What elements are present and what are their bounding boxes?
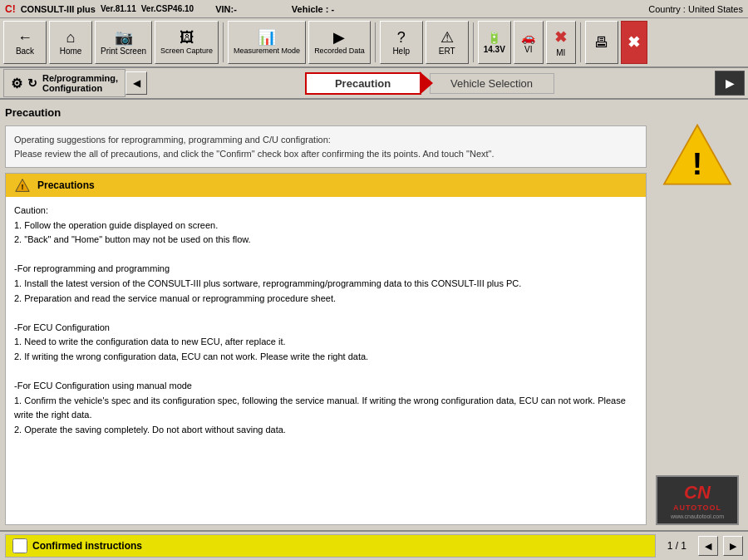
nav-reprog-section: ⚙ ↻ Re/programming, Configuration: [3, 69, 125, 97]
breadcrumb-area: Precaution Vehicle Selection: [147, 72, 711, 95]
screen-capture-icon: 🖼: [180, 30, 194, 45]
info-text: Operating suggestions for reprogramming,…: [14, 135, 495, 159]
printer-button[interactable]: 🖶: [585, 21, 618, 64]
x-icon: ✖: [554, 28, 567, 47]
measurement-icon: 📊: [258, 30, 276, 45]
close-icon: ✖: [627, 33, 640, 52]
page-title: Precaution: [5, 105, 647, 120]
warning-triangle-small-icon: !: [14, 178, 31, 193]
next-arrow-icon: ▶: [726, 76, 735, 90]
prev-page-button[interactable]: ◀: [698, 536, 718, 556]
cn-logo-subtext: AUTOTOOL: [673, 504, 721, 512]
close-button[interactable]: ✖: [621, 21, 647, 64]
vi-icon: 🚗: [521, 32, 535, 43]
app-name: CONSULT-III plus: [21, 4, 96, 14]
screen-capture-button[interactable]: 🖼 Screen Capture: [155, 21, 219, 64]
reprog-label2: Configuration: [42, 83, 118, 93]
tab-vehicle-selection[interactable]: Vehicle Selection: [430, 73, 554, 94]
vin-label: VIN:-: [215, 4, 237, 14]
page-indicator: 1 / 1: [661, 540, 693, 552]
nav-reprog-icon2: ↻: [27, 76, 37, 90]
reprog-label1: Re/programming,: [42, 73, 118, 83]
precautions-body: Caution: 1. Follow the operation guide d…: [6, 197, 646, 524]
svg-text:!: !: [22, 183, 24, 191]
printer-icon: 📷: [115, 30, 133, 45]
ert-button[interactable]: ⚠ ERT: [426, 21, 469, 64]
home-icon: ⌂: [66, 30, 76, 45]
app-version2: Ver.CSP46.10: [141, 4, 194, 13]
nav-back-arrow-button[interactable]: ◀: [125, 71, 147, 95]
confirm-checkbox[interactable]: [12, 538, 27, 553]
content-panel: Precaution Operating suggestions for rep…: [5, 105, 647, 525]
app-logo: C!: [5, 3, 16, 15]
confirm-checkbox-area[interactable]: Confirmed instructions: [5, 534, 656, 558]
help-icon: ?: [397, 30, 406, 45]
voltage-button[interactable]: 🔋 14.3V: [478, 21, 511, 64]
mi-button[interactable]: ✖ MI: [546, 21, 576, 64]
home-button[interactable]: ⌂ Home: [49, 21, 92, 64]
tools-icon: ⚙: [11, 76, 22, 91]
back-button[interactable]: ← Back: [3, 21, 47, 64]
print-screen-button[interactable]: 📷 Print Screen: [95, 21, 152, 64]
cn-logo-url: www.cnautotool.com: [671, 513, 724, 519]
cn-logo-text: CN: [684, 482, 711, 504]
nav-next-button[interactable]: ▶: [715, 71, 745, 96]
battery-icon: 🔋: [487, 32, 501, 43]
toolbar: ← Back ⌂ Home 📷 Print Screen 🖼 Screen Ca…: [0, 18, 748, 68]
vehicle-label: Vehicle : -: [292, 4, 334, 14]
svg-text:!: !: [692, 146, 702, 181]
measurement-mode-button[interactable]: 📊 Measurement Mode: [228, 21, 306, 64]
title-bar: C! CONSULT-III plus Ver.81.11 Ver.CSP46.…: [0, 0, 748, 18]
precautions-header-label: Precautions: [37, 179, 95, 191]
cn-autotool-logo: CN AUTOTOOL www.cnautotool.com: [656, 475, 739, 525]
back-icon: ←: [17, 30, 32, 45]
prev-page-icon: ◀: [705, 541, 711, 552]
right-panel: ! CN AUTOTOOL www.cnautotool.com: [652, 105, 743, 525]
confirm-label: Confirmed instructions: [32, 540, 142, 552]
nav-bar: ⚙ ↻ Re/programming, Configuration ◀ Prec…: [0, 68, 748, 100]
vi-button[interactable]: 🚗 VI: [514, 21, 544, 64]
app-version1: Ver.81.11: [101, 4, 136, 13]
bottom-bar: Confirmed instructions 1 / 1 ◀ ▶: [0, 530, 748, 560]
next-page-icon: ▶: [730, 541, 736, 552]
precautions-section: ! Precautions Caution: 1. Follow the ope…: [5, 173, 647, 525]
recorded-data-icon: ▶: [333, 30, 345, 45]
warning-triangle-large-icon: !: [660, 121, 735, 188]
help-button[interactable]: ? Help: [380, 21, 423, 64]
printer2-icon: 🖶: [594, 35, 609, 50]
next-page-button[interactable]: ▶: [723, 536, 743, 556]
recorded-data-button[interactable]: ▶ Recorded Data: [308, 21, 371, 64]
tab-precaution[interactable]: Precaution: [305, 72, 421, 95]
precautions-header: ! Precautions: [6, 174, 646, 197]
precautions-text: Caution: 1. Follow the operation guide d…: [14, 205, 626, 435]
info-box: Operating suggestions for reprogramming,…: [5, 125, 647, 168]
main-area: Precaution Operating suggestions for rep…: [0, 100, 748, 530]
country-label: Country : United States: [648, 4, 743, 14]
ert-icon: ⚠: [440, 30, 454, 45]
